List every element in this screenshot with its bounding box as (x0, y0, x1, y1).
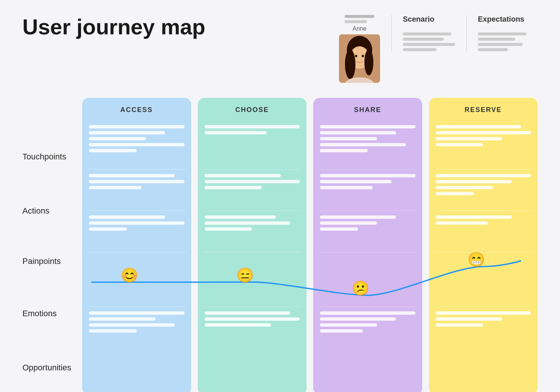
emoji-access: 😊 (121, 267, 138, 283)
persona-block: Anne (339, 15, 380, 83)
choose-painpoints (198, 211, 307, 252)
emoji-choose: 😑 (236, 267, 254, 283)
stage-column-reserve: RESERVE (429, 98, 538, 392)
content-line (205, 174, 281, 177)
content-line (320, 137, 377, 140)
reserve-opportunities (429, 307, 538, 355)
scenario-title: Scenario (403, 15, 455, 24)
stage-header-share: SHARE (313, 98, 422, 121)
emoji-share: 😕 (352, 280, 369, 296)
content-line (436, 317, 503, 321)
content-line (320, 174, 416, 177)
content-line (89, 125, 184, 128)
content-line (205, 180, 300, 183)
share-touchpoints (313, 121, 422, 169)
content-line (436, 186, 493, 189)
content-line (89, 317, 156, 321)
columns-area: ACCESS (82, 98, 538, 392)
reserve-touchpoints (429, 121, 538, 169)
expectations-block: Expectations (466, 15, 538, 51)
access-opportunities (82, 307, 191, 355)
access-touchpoints (82, 121, 191, 169)
content-line (205, 221, 290, 225)
content-line (436, 143, 483, 146)
share-actions (313, 169, 422, 211)
content-line (436, 137, 503, 140)
content-line (205, 227, 252, 231)
label-opportunities: Opportunities (22, 340, 82, 392)
stage-header-choose: CHOOSE (198, 98, 307, 121)
stage-column-access: ACCESS (82, 98, 191, 392)
content-line (320, 131, 396, 134)
content-line (89, 180, 184, 183)
stage-column-share: SHARE (313, 98, 422, 392)
scenario-block: Scenario (391, 15, 466, 51)
header-right: Anne (339, 15, 538, 83)
content-line (320, 215, 396, 219)
title-area: User journey map (22, 15, 205, 39)
reserve-actions (429, 169, 538, 211)
expectations-title: Expectations (478, 15, 526, 24)
content-line (89, 227, 127, 231)
svg-point-3 (355, 55, 357, 57)
content-line (320, 311, 416, 315)
row-labels: Touchpoints Actions Painpoints Emotions … (22, 98, 82, 392)
reserve-painpoints (429, 211, 538, 252)
content-line (320, 143, 406, 146)
label-actions: Actions (22, 186, 82, 236)
access-actions (82, 169, 191, 211)
content-line (320, 227, 358, 231)
content-line (89, 323, 175, 327)
content-line (436, 174, 531, 177)
label-painpoints: Painpoints (22, 236, 82, 286)
content-line (205, 323, 271, 327)
header: User journey map Anne (22, 15, 538, 83)
content-line (89, 311, 184, 315)
content-line (320, 180, 392, 183)
content-line (436, 311, 531, 315)
page-title: User journey map (22, 15, 205, 39)
scenario-lines (403, 32, 455, 51)
stage-header-reserve: RESERVE (429, 98, 538, 121)
content-line (436, 323, 483, 327)
content-line (205, 131, 267, 134)
svg-point-6 (364, 49, 373, 75)
content-line (205, 186, 262, 189)
share-painpoints (313, 211, 422, 252)
stage-header-access: ACCESS (82, 98, 191, 121)
content-line (205, 317, 300, 321)
label-touchpoints: Touchpoints (22, 128, 82, 186)
content-line (320, 323, 377, 327)
svg-point-4 (362, 55, 364, 57)
content-line (436, 192, 474, 195)
expectations-lines (478, 32, 526, 51)
access-painpoints (82, 211, 191, 252)
content-line (320, 221, 377, 225)
content-line (89, 221, 184, 225)
content-line (320, 329, 363, 333)
content-line (89, 137, 146, 140)
content-line (436, 221, 488, 225)
content-line (89, 131, 165, 134)
share-emotions (313, 252, 422, 307)
content-line (205, 125, 300, 128)
content-line (436, 125, 522, 128)
content-line (205, 311, 290, 315)
content-line (320, 149, 368, 152)
content-line (436, 180, 512, 183)
emoji-reserve: 😁 (467, 251, 485, 268)
choose-touchpoints (198, 121, 307, 169)
content-line (436, 215, 512, 219)
journey-grid: Touchpoints Actions Painpoints Emotions … (22, 98, 538, 392)
svg-point-5 (345, 49, 355, 79)
content-line (205, 215, 276, 219)
persona-photo (339, 34, 380, 83)
content-line (89, 186, 141, 189)
content-line (89, 329, 137, 333)
label-emotions: Emotions (22, 286, 82, 340)
content-line (89, 215, 165, 219)
content-line (89, 143, 184, 146)
content-line (320, 125, 416, 128)
content-line (320, 317, 396, 321)
choose-actions (198, 169, 307, 211)
